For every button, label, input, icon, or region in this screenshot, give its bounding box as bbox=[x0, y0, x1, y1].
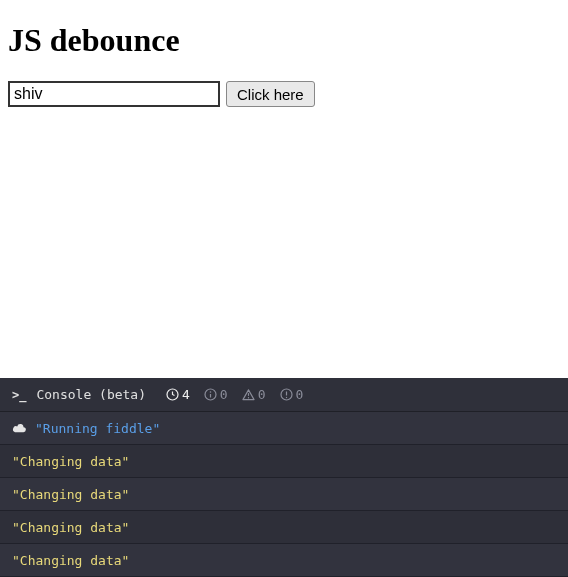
output-pane: JS debounce Click here bbox=[0, 0, 568, 378]
cloud-icon bbox=[12, 421, 27, 436]
svg-point-3 bbox=[248, 397, 249, 398]
warn-count-value: 0 bbox=[258, 387, 266, 402]
console-log-list: "Running fiddle""Changing data""Changing… bbox=[0, 412, 568, 577]
console-log-text: "Changing data" bbox=[12, 454, 129, 469]
console-counts: 4 0 0 0 bbox=[166, 387, 303, 402]
console-log-row[interactable]: "Changing data" bbox=[0, 511, 568, 544]
info-icon bbox=[204, 388, 217, 401]
warn-count[interactable]: 0 bbox=[242, 387, 266, 402]
console-log-text: "Changing data" bbox=[12, 487, 129, 502]
svg-point-2 bbox=[210, 391, 212, 393]
console-log-text: "Changing data" bbox=[12, 520, 129, 535]
error-count-value: 0 bbox=[296, 387, 304, 402]
console-header[interactable]: >_ Console (beta) 4 0 0 bbox=[0, 378, 568, 412]
warning-icon bbox=[242, 388, 255, 401]
console-log-row[interactable]: "Changing data" bbox=[0, 478, 568, 511]
debounce-input[interactable] bbox=[8, 81, 220, 107]
info-count-value: 0 bbox=[220, 387, 228, 402]
console-panel: >_ Console (beta) 4 0 0 bbox=[0, 378, 568, 577]
svg-point-5 bbox=[285, 397, 286, 398]
prompt-icon: >_ bbox=[12, 388, 26, 402]
click-here-button[interactable]: Click here bbox=[226, 81, 315, 107]
log-count-value: 4 bbox=[182, 387, 190, 402]
error-icon bbox=[280, 388, 293, 401]
clock-icon bbox=[166, 388, 179, 401]
info-count[interactable]: 0 bbox=[204, 387, 228, 402]
console-log-row[interactable]: "Changing data" bbox=[0, 445, 568, 478]
console-title: Console (beta) bbox=[36, 387, 146, 402]
demo-row: Click here bbox=[8, 81, 560, 107]
console-log-text: "Running fiddle" bbox=[35, 421, 160, 436]
console-log-row[interactable]: "Changing data" bbox=[0, 544, 568, 577]
error-count[interactable]: 0 bbox=[280, 387, 304, 402]
page-title: JS debounce bbox=[8, 22, 560, 59]
console-log-text: "Changing data" bbox=[12, 553, 129, 568]
log-count[interactable]: 4 bbox=[166, 387, 190, 402]
console-log-row[interactable]: "Running fiddle" bbox=[0, 412, 568, 445]
